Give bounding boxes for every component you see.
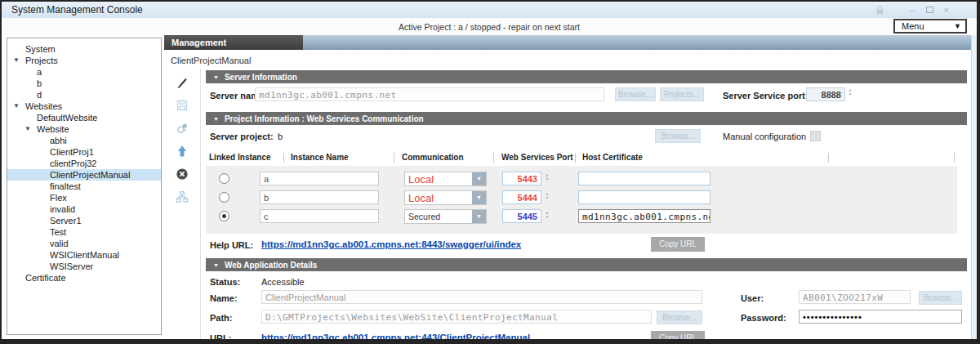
linked-instance-radio[interactable] bbox=[219, 173, 229, 184]
upload-arrow-icon[interactable] bbox=[175, 144, 189, 159]
close-button[interactable]: × bbox=[944, 6, 949, 15]
projects-button[interactable]: Projects... bbox=[660, 87, 704, 101]
spinner-down-icon[interactable]: ▼ bbox=[846, 92, 854, 96]
tab-management[interactable]: Management bbox=[164, 35, 303, 50]
server-service-port-input[interactable]: 8888 bbox=[806, 87, 845, 101]
copy-help-url-button[interactable]: Copy URL bbox=[651, 237, 705, 252]
instance-name-input[interactable]: c bbox=[260, 209, 379, 223]
copy-settings-icon[interactable] bbox=[175, 121, 189, 136]
communication-dropdown[interactable]: Local ▼ bbox=[404, 172, 487, 186]
menu-dropdown[interactable]: Menu ▼ bbox=[893, 19, 967, 34]
server-project-value: b bbox=[278, 132, 283, 141]
host-certificate-input[interactable]: md1nn3gc.ab001.cmpns.net bbox=[578, 209, 710, 223]
tree-item-certificate[interactable]: Certificate bbox=[7, 272, 161, 284]
help-url-label: Help URL: bbox=[210, 240, 253, 250]
dropdown-arrow-icon[interactable]: ▼ bbox=[472, 210, 486, 223]
tree-item-websites[interactable]: ▼Websites bbox=[7, 101, 161, 112]
name-input[interactable]: ClientProjectManual bbox=[261, 290, 702, 304]
tree-expand-icon[interactable]: ▼ bbox=[13, 55, 20, 66]
web-application-details-header[interactable]: ▼ Web Application Details bbox=[206, 258, 967, 271]
tree-item-wsiserver[interactable]: WSIServer bbox=[7, 261, 161, 272]
collapse-icon[interactable]: ▼ bbox=[213, 116, 219, 122]
help-url-link[interactable]: https://md1nn3gc.ab001.cmpns.net:8443/sw… bbox=[261, 239, 521, 249]
server-information-header[interactable]: ▼ Server Information bbox=[206, 70, 967, 83]
manual-configuration-checkbox[interactable] bbox=[810, 131, 821, 141]
tree-item-server1[interactable]: Server1 bbox=[7, 215, 161, 226]
tree-item-system[interactable]: System bbox=[7, 43, 161, 55]
dropdown-arrow-icon[interactable]: ▼ bbox=[472, 172, 486, 185]
project-information-header[interactable]: ▼ Project Information : Web Services Com… bbox=[206, 112, 967, 125]
host-certificate-input[interactable] bbox=[578, 172, 710, 185]
minimize-button[interactable]: – bbox=[910, 6, 915, 15]
col-host-certificate: Host Certificate bbox=[582, 153, 643, 162]
host-certificate-input[interactable] bbox=[578, 190, 710, 204]
vertical-scrollbar[interactable] bbox=[971, 35, 977, 339]
project-browse-button[interactable]: Browse... bbox=[655, 129, 701, 143]
spinner-down-icon[interactable]: ▼ bbox=[543, 196, 551, 200]
tree-item-defaultwebsite[interactable]: DefaultWebsite bbox=[7, 112, 161, 123]
tree-item-projects[interactable]: ▼Projects bbox=[7, 55, 161, 66]
linked-instance-radio[interactable] bbox=[219, 192, 229, 203]
password-input[interactable]: ••••••••••••••• bbox=[799, 310, 962, 324]
spinner-down-icon[interactable]: ▼ bbox=[543, 177, 551, 181]
web-services-port-input[interactable]: 5445 bbox=[502, 209, 541, 223]
user-label: User: bbox=[741, 293, 764, 303]
copy-app-url-button[interactable]: Copy URL bbox=[651, 331, 705, 344]
tree-item-test[interactable]: Test bbox=[7, 226, 161, 238]
col-communication: Communication bbox=[402, 153, 464, 162]
tree-item-project-b[interactable]: b bbox=[7, 78, 161, 89]
communication-dropdown[interactable]: Local ▼ bbox=[404, 190, 487, 205]
web-app-url-link[interactable]: https://md1nn3gc.ab001.cmpns.net:443/Cli… bbox=[261, 333, 530, 342]
window-title: System Management Console bbox=[11, 4, 143, 16]
web-services-port-input[interactable]: 5444 bbox=[502, 190, 541, 204]
sitemap-icon[interactable] bbox=[175, 190, 189, 204]
password-label: Password: bbox=[741, 313, 786, 323]
tree-item-valid[interactable]: valid bbox=[7, 238, 161, 249]
tree-item-wsiclientmanual[interactable]: WSIClientManual bbox=[7, 249, 161, 261]
tree-item-website[interactable]: ▼Website bbox=[7, 123, 161, 135]
app-window: System Management Console – × Active Pro… bbox=[0, 0, 980, 344]
tree-item-abhi[interactable]: abhi bbox=[7, 135, 161, 146]
user-input[interactable]: AB001\ZOO217xW bbox=[799, 290, 911, 304]
path-label: Path: bbox=[210, 313, 233, 323]
tree-item-clientprojectmanual[interactable]: ClientProjectManual bbox=[7, 169, 161, 181]
server-browse-button[interactable]: Browse... bbox=[615, 87, 656, 101]
tree-expand-icon[interactable]: ▼ bbox=[24, 123, 31, 135]
collapse-icon[interactable]: ▼ bbox=[213, 262, 219, 268]
status-value: Accessible bbox=[261, 277, 305, 287]
col-instance-name: Instance Name bbox=[291, 153, 349, 162]
dropdown-arrow-icon[interactable]: ▼ bbox=[472, 191, 486, 204]
tree-item-project-a[interactable]: a bbox=[7, 66, 161, 78]
lock-icon bbox=[875, 5, 884, 16]
linked-instance-radio[interactable] bbox=[219, 211, 229, 221]
server-name-input[interactable]: md1nn3gc.ab001.cmpns.net bbox=[255, 87, 604, 101]
collapse-icon[interactable]: ▼ bbox=[213, 74, 219, 80]
maximize-button[interactable] bbox=[926, 7, 933, 13]
path-input[interactable]: D:\GMTProjects\Websites\WebSite\ClientPr… bbox=[261, 310, 652, 324]
instance-name-input[interactable]: a bbox=[260, 172, 379, 185]
instance-name-input[interactable]: b bbox=[260, 190, 379, 204]
tree-item-clientproj32[interactable]: clientProj32 bbox=[7, 158, 161, 169]
navigation-tree: System ▼Projects a b d ▼Websites Default… bbox=[7, 38, 162, 335]
manual-configuration-label: Manual configuration bbox=[723, 132, 806, 141]
save-icon[interactable] bbox=[175, 98, 189, 113]
tree-item-flex[interactable]: Flex bbox=[7, 192, 161, 203]
tree-item-project-d[interactable]: d bbox=[7, 89, 161, 101]
cancel-icon[interactable] bbox=[175, 167, 189, 181]
table-row: a Local ▼ 5443 ▲ ▼ bbox=[206, 170, 957, 189]
edit-pen-icon[interactable] bbox=[175, 75, 189, 90]
tree-expand-icon[interactable]: ▼ bbox=[13, 101, 20, 112]
spinner-down-icon[interactable]: ▼ bbox=[543, 215, 551, 219]
dropdown-arrow-icon: ▼ bbox=[954, 22, 961, 30]
server-project-label: Server project: bbox=[210, 132, 274, 141]
instances-table-header: Linked Instance Instance Name Communicat… bbox=[206, 150, 957, 166]
communication-dropdown[interactable]: Secured ▼ bbox=[404, 209, 487, 224]
breadcrumb: ClientProjectManual bbox=[164, 50, 977, 69]
tab-strip: Management bbox=[164, 35, 977, 50]
tree-item-finaltest[interactable]: finaltest bbox=[7, 181, 161, 192]
tree-item-clientproj1[interactable]: ClientProj1 bbox=[7, 146, 161, 158]
path-browse-button[interactable]: Browse... bbox=[657, 310, 702, 324]
web-services-port-input[interactable]: 5443 bbox=[502, 172, 541, 185]
user-browse-button[interactable]: Browse... bbox=[919, 291, 962, 305]
tree-item-invalid[interactable]: invalid bbox=[7, 203, 161, 215]
